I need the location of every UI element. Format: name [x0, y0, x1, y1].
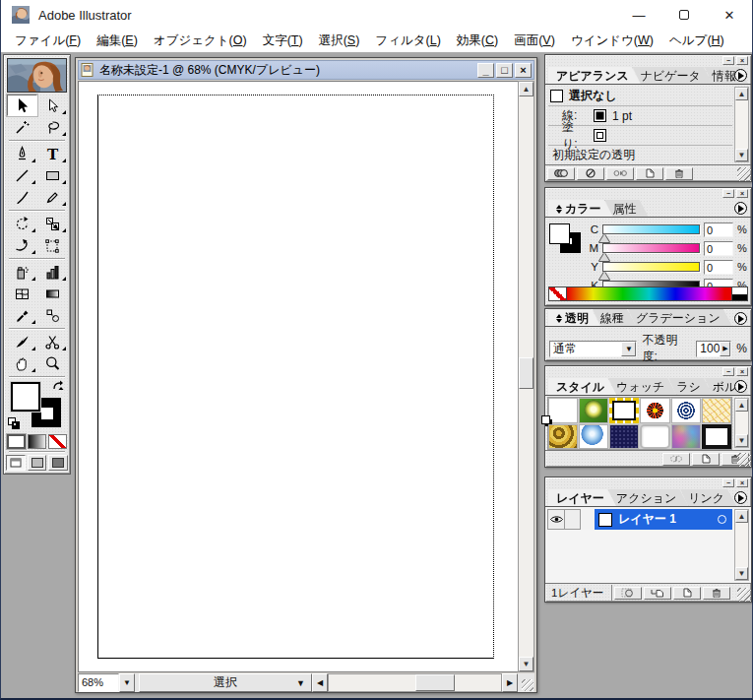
blend-tool[interactable]	[37, 304, 68, 326]
minimize-button[interactable]: —	[616, 0, 661, 30]
cyan-value-field[interactable]: 0	[704, 223, 733, 237]
blend-mode-dropdown-icon[interactable]: ▼	[621, 342, 636, 356]
new-style-button[interactable]	[692, 453, 720, 466]
style-swatch-rainbow-blur[interactable]	[671, 424, 701, 450]
style-swatch-blue-sphere[interactable]	[579, 424, 608, 450]
palette-menu-button[interactable]	[734, 312, 747, 325]
maximize-button[interactable]	[661, 0, 707, 30]
menu-t[interactable]: 文字(T)	[255, 31, 311, 51]
menu-o[interactable]: オブジェクト(O)	[146, 31, 255, 51]
tab-スタイル[interactable]: スタイル	[548, 378, 616, 395]
rotate-tool[interactable]	[7, 213, 37, 234]
scroll-up-button[interactable]: ▲	[735, 399, 748, 412]
styles-scrollbar[interactable]: ▲ ▼	[734, 398, 749, 448]
appearance-scrollbar[interactable]: ▲ ▼	[734, 87, 749, 162]
layer-row[interactable]: レイヤー 1	[547, 509, 732, 530]
new-sublayer-button[interactable]	[644, 587, 671, 600]
delete-button[interactable]	[665, 167, 693, 180]
opacity-spinner-icon[interactable]: ▶	[720, 342, 730, 356]
swap-fill-stroke-icon[interactable]	[51, 380, 65, 394]
cyan-slider[interactable]	[602, 224, 700, 234]
tab-アクション[interactable]: アクション	[608, 489, 688, 506]
palette-minimize-button[interactable]: −	[722, 189, 734, 198]
selected-layer[interactable]: レイヤー 1	[595, 509, 732, 530]
layer-target-icon[interactable]	[718, 515, 726, 524]
type-tool[interactable]: T	[37, 143, 68, 164]
make-clipping-mask-button[interactable]	[614, 587, 642, 600]
visibility-toggle[interactable]	[547, 509, 565, 530]
standard-screen-button[interactable]	[6, 455, 26, 471]
opacity-field[interactable]: 100 ▶	[696, 341, 731, 357]
style-swatch-black-frame[interactable]	[702, 424, 731, 450]
magic-wand-tool[interactable]	[7, 116, 37, 138]
style-swatch-gold-texture[interactable]	[548, 424, 578, 450]
fullscreen-menu-button[interactable]	[28, 455, 47, 471]
document-minimize-button[interactable]: _	[477, 63, 494, 78]
document-title-bar[interactable]: 名称未設定-1 @ 68% (CMYK/プレビュー) _ □ ×	[78, 60, 534, 80]
default-fill-stroke-icon[interactable]	[8, 417, 22, 429]
white-black-swatch[interactable]	[731, 287, 747, 300]
style-swatch-default[interactable]	[548, 398, 578, 423]
new-item-button[interactable]	[636, 167, 663, 180]
canvas[interactable]	[78, 81, 518, 672]
palette-title-bar[interactable]: − ×	[545, 366, 751, 377]
menu-e[interactable]: 編集(E)	[89, 31, 146, 51]
new-art-basic-appearance-button[interactable]	[547, 167, 575, 180]
blend-mode-select[interactable]: 通常 ▼	[549, 341, 637, 357]
lasso-tool[interactable]	[37, 116, 68, 138]
color-mode-button[interactable]	[7, 434, 26, 449]
mesh-tool[interactable]	[7, 283, 37, 304]
vertical-scrollbar[interactable]: ▲ ▼	[518, 81, 534, 672]
duplicate-appearance-button[interactable]	[606, 167, 634, 180]
window-resize-grip[interactable]	[518, 673, 534, 692]
zoom-field[interactable]: 68%	[78, 673, 119, 692]
scroll-left-button[interactable]: ◀	[312, 673, 328, 692]
palette-menu-button[interactable]	[734, 69, 747, 82]
pen-tool[interactable]	[7, 143, 37, 164]
paintbrush-tool[interactable]	[7, 186, 37, 208]
knife-tool[interactable]	[7, 331, 37, 352]
selection-tool[interactable]	[7, 95, 37, 116]
spectrum-bar[interactable]	[567, 287, 731, 300]
appearance-transparency-row[interactable]: 初期設定の透明	[548, 146, 732, 163]
tab-リンク[interactable]: リンク	[680, 489, 736, 506]
palette-minimize-button[interactable]: −	[722, 367, 734, 376]
palette-resize-grip[interactable]	[737, 167, 751, 181]
palette-menu-button[interactable]	[734, 491, 747, 504]
tab-透明[interactable]: 透明	[548, 309, 600, 326]
horizontal-scroll-thumb[interactable]	[415, 674, 455, 691]
magenta-slider[interactable]	[602, 243, 700, 253]
pencil-tool[interactable]	[37, 186, 68, 208]
palette-menu-button[interactable]	[734, 202, 747, 215]
lock-toggle[interactable]	[565, 509, 581, 530]
tab-ウォッチ[interactable]: ウォッチ	[608, 378, 676, 395]
close-button[interactable]: ✕	[707, 0, 752, 30]
break-link-style-button[interactable]	[662, 453, 690, 466]
fill-swatch[interactable]	[11, 382, 40, 412]
free-transform-tool[interactable]	[37, 234, 68, 256]
delete-layer-button[interactable]	[703, 587, 730, 600]
status-field[interactable]: 選択 ▼	[139, 673, 312, 692]
palette-minimize-button[interactable]: −	[722, 56, 734, 65]
yellow-value-field[interactable]: 0	[704, 260, 733, 275]
scroll-down-button[interactable]: ▼	[519, 657, 533, 671]
yellow-slider[interactable]	[602, 262, 700, 272]
style-swatch-starburst[interactable]	[640, 398, 669, 423]
none-swatch[interactable]	[549, 287, 567, 300]
scroll-up-button[interactable]: ▲	[735, 88, 748, 100]
symbol-sprayer-tool[interactable]	[7, 261, 37, 283]
palette-title-bar[interactable]: − ×	[545, 188, 751, 199]
menu-f[interactable]: ファイル(F)	[7, 31, 89, 51]
style-swatch-dashed-border[interactable]	[609, 398, 639, 423]
rectangle-tool[interactable]	[37, 164, 68, 186]
artboard[interactable]	[97, 95, 494, 659]
appearance-selection-row[interactable]: 選択なし	[548, 87, 732, 106]
menu-c[interactable]: 効果(C)	[449, 31, 506, 51]
style-swatch-round-rect[interactable]	[640, 424, 669, 450]
scissors-tool[interactable]	[37, 331, 68, 352]
tab-レイヤー[interactable]: レイヤー	[548, 489, 616, 506]
fill-stroke-indicator[interactable]	[549, 223, 583, 253]
gradient-mode-button[interactable]	[28, 434, 46, 449]
style-swatch-blue-spiral[interactable]	[671, 398, 701, 423]
scale-tool[interactable]	[37, 213, 68, 234]
